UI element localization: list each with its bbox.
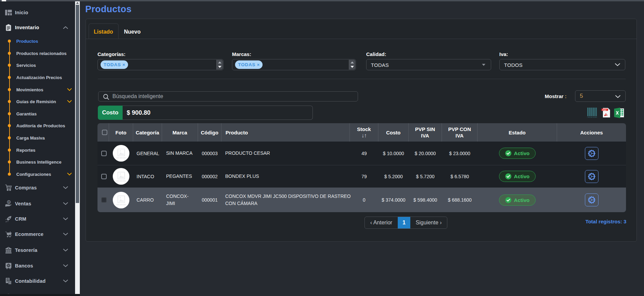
svg-text:PDF: PDF xyxy=(602,109,607,111)
svg-text:9 781234 567897: 9 781234 567897 xyxy=(587,116,597,118)
svg-text:SIN IMAGEN: SIN IMAGEN xyxy=(116,204,126,206)
svg-text:SIN IMAGEN: SIN IMAGEN xyxy=(116,157,126,159)
svg-text:SIN IMAGEN: SIN IMAGEN xyxy=(116,180,126,182)
